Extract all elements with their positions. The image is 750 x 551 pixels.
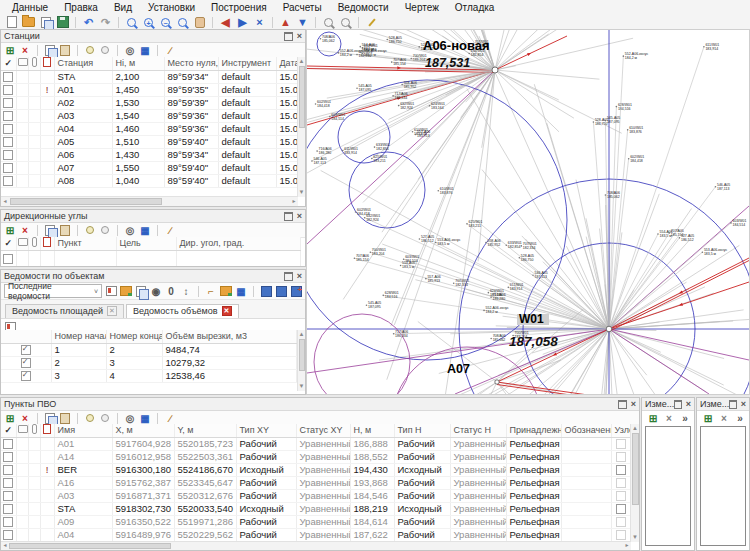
column-header-4[interactable]: Тип XY xyxy=(236,424,296,437)
column-header-1[interactable] xyxy=(1,330,51,343)
nodes-checkbox[interactable] xyxy=(616,517,626,527)
nodes-checkbox[interactable] xyxy=(616,504,626,514)
preview-icon[interactable]: ◎ xyxy=(124,412,136,424)
row-checkbox[interactable] xyxy=(3,150,13,160)
column-header-1[interactable]: Пункт xyxy=(54,237,116,250)
table-row[interactable]: 3412538,46 xyxy=(1,369,296,382)
menu-9[interactable]: Отладка xyxy=(447,2,503,13)
delete-row-icon[interactable]: × xyxy=(663,412,675,424)
menu-7[interactable]: Ведомости xyxy=(330,2,397,13)
pvo-hscrollbar[interactable]: ◂▸ xyxy=(1,541,631,550)
table-row[interactable]: A041,46089°59'36"default15.09 xyxy=(1,122,298,135)
float-panel-button[interactable] xyxy=(674,400,681,409)
zoom-all-icon[interactable] xyxy=(175,15,190,29)
table-view-icon[interactable]: ▦ xyxy=(139,412,151,424)
table-row[interactable]: 129484,74 xyxy=(1,343,296,356)
more-icon[interactable]: » xyxy=(679,412,691,424)
delete-row-icon[interactable]: × xyxy=(19,44,31,56)
bulb-on-icon[interactable] xyxy=(84,224,96,236)
table-row[interactable]: 2310279,32 xyxy=(1,356,296,369)
table-row[interactable]: A015917604,9285520185,723РабочийУравненн… xyxy=(1,437,631,450)
close-tab-icon[interactable]: ✕ xyxy=(222,306,232,316)
column-header-8[interactable]: Статус H xyxy=(450,424,506,437)
add-row-icon[interactable]: ⊞ xyxy=(4,412,16,424)
paste-icon[interactable] xyxy=(59,412,71,424)
column-header-3[interactable]: Номер конца xyxy=(106,330,162,343)
float-panel-button[interactable] xyxy=(284,212,293,221)
row-checkbox[interactable] xyxy=(3,98,13,108)
import-file-icon[interactable] xyxy=(38,15,53,29)
bulb-on-icon[interactable] xyxy=(84,44,96,56)
menu-2[interactable]: Правка xyxy=(56,2,106,13)
tab-1[interactable]: Ведомость площадей✕ xyxy=(5,304,124,318)
stations-hscrollbar[interactable]: ◂▸ xyxy=(1,196,298,206)
column-header-1[interactable]: Имя xyxy=(54,424,112,437)
search-zoom-2-icon[interactable] xyxy=(338,15,353,29)
table-row[interactable]: A021,53089°59'39"default15.09 xyxy=(1,96,298,109)
more-icon[interactable]: » xyxy=(734,412,746,424)
pan-view-icon[interactable] xyxy=(192,15,207,29)
check-column-header[interactable]: ✓ xyxy=(1,237,16,250)
move-left-icon[interactable]: ◀ xyxy=(218,15,233,29)
row-checkbox[interactable] xyxy=(21,371,31,381)
measurements-list[interactable] xyxy=(700,426,746,546)
map-view[interactable]: 632/W01182,924633/W01182,854700/W01183,2… xyxy=(306,29,750,395)
column-header-9[interactable]: Принадлежность xyxy=(506,424,561,437)
column-header-10[interactable]: Обозначение xyxy=(561,424,611,437)
attachment-column-header[interactable] xyxy=(28,57,40,70)
table-view-icon[interactable]: ▦ xyxy=(235,285,247,297)
attachment-column-header[interactable] xyxy=(28,237,40,250)
delete-row-icon[interactable]: × xyxy=(718,412,730,424)
close-panel-button[interactable]: × xyxy=(297,272,302,281)
row-checkbox[interactable] xyxy=(3,124,13,134)
row-checkbox[interactable] xyxy=(3,478,13,488)
table-row[interactable]: A051,51089°59'40"default15.09 xyxy=(1,135,298,148)
swap-icon[interactable]: ↕ xyxy=(180,285,192,297)
fit-view-icon[interactable]: × xyxy=(252,15,267,29)
row-checkbox[interactable] xyxy=(3,111,13,121)
scale-down-icon[interactable]: ▼ xyxy=(295,15,310,29)
column-header-3[interactable]: Место нуля, град xyxy=(164,57,218,70)
column-header-2[interactable]: Hi, м xyxy=(112,57,164,70)
menu-1[interactable]: Данные xyxy=(4,2,56,13)
empty-row[interactable] xyxy=(1,250,300,266)
clear-icon[interactable]: ∕ xyxy=(164,412,176,424)
paste-icon[interactable] xyxy=(59,44,71,56)
redo-icon[interactable]: ↷ xyxy=(98,15,113,29)
measurements-list[interactable] xyxy=(645,426,691,546)
table-row[interactable]: A095916350,5225519971,286РабочийУравненн… xyxy=(1,515,631,528)
menu-6[interactable]: Расчеты xyxy=(275,2,330,13)
move-right-icon[interactable]: ▶ xyxy=(235,15,250,29)
close-panel-button[interactable]: × xyxy=(297,32,302,41)
bulb-off-icon[interactable] xyxy=(99,44,111,56)
row-checkbox[interactable] xyxy=(3,176,13,186)
add-row-icon[interactable]: ⊞ xyxy=(4,224,16,236)
nodes-checkbox[interactable] xyxy=(616,530,626,540)
float-panel-button[interactable] xyxy=(284,272,293,281)
column-header-5[interactable]: Статус XY xyxy=(296,424,350,437)
row-checkbox[interactable] xyxy=(3,465,13,475)
column-header-7[interactable]: Тип H xyxy=(394,424,450,437)
ved-open-icon[interactable] xyxy=(120,285,132,297)
search-icon[interactable]: ◉ xyxy=(150,285,162,297)
new-file-icon[interactable] xyxy=(4,15,19,29)
message-column-header[interactable] xyxy=(40,424,54,437)
column-header-2[interactable]: Цель xyxy=(116,237,176,250)
menu-4[interactable]: Установки xyxy=(140,2,203,13)
float-panel-button[interactable] xyxy=(618,400,627,409)
attachment-column-header[interactable] xyxy=(28,424,40,437)
row-checkbox[interactable] xyxy=(3,452,13,462)
zero-icon[interactable]: 0 xyxy=(165,285,177,297)
check-column-header[interactable]: ✓ xyxy=(1,57,16,70)
tree-icon[interactable]: ⌐ xyxy=(205,285,217,297)
clear-icon[interactable]: ∕ xyxy=(164,224,176,236)
close-panel-button[interactable]: × xyxy=(686,400,691,409)
nodes-checkbox[interactable] xyxy=(616,452,626,462)
check-column-header[interactable]: ✓ xyxy=(1,424,16,437)
table-row[interactable]: A045916489,9765520229,562РабочийУравненн… xyxy=(1,528,631,541)
row-checkbox[interactable] xyxy=(3,85,13,95)
close-panel-button[interactable]: × xyxy=(741,400,746,409)
column-header-6[interactable]: H, м xyxy=(350,424,394,437)
table-row[interactable]: A145916012,9585522503,361РабочийУравненн… xyxy=(1,450,631,463)
column-header-3[interactable]: Дир. угол, град. xyxy=(176,237,300,250)
